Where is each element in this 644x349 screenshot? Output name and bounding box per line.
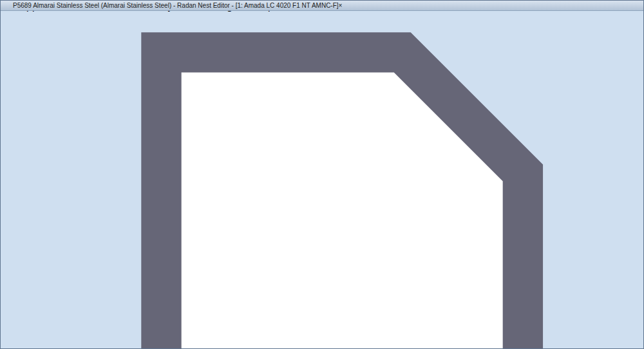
application-window: P5689 Almarai Stainless Steel (Almarai S… <box>0 0 644 349</box>
window-title: P5689 Almarai Stainless Steel (Almarai S… <box>13 2 339 9</box>
title-bar[interactable]: P5689 Almarai Stainless Steel (Almarai S… <box>1 1 644 11</box>
app-icon <box>3 3 10 9</box>
close-button[interactable]: × <box>339 2 343 9</box>
toolbar: ▼ ▼ ▼ i ? <box>1 12 643 349</box>
